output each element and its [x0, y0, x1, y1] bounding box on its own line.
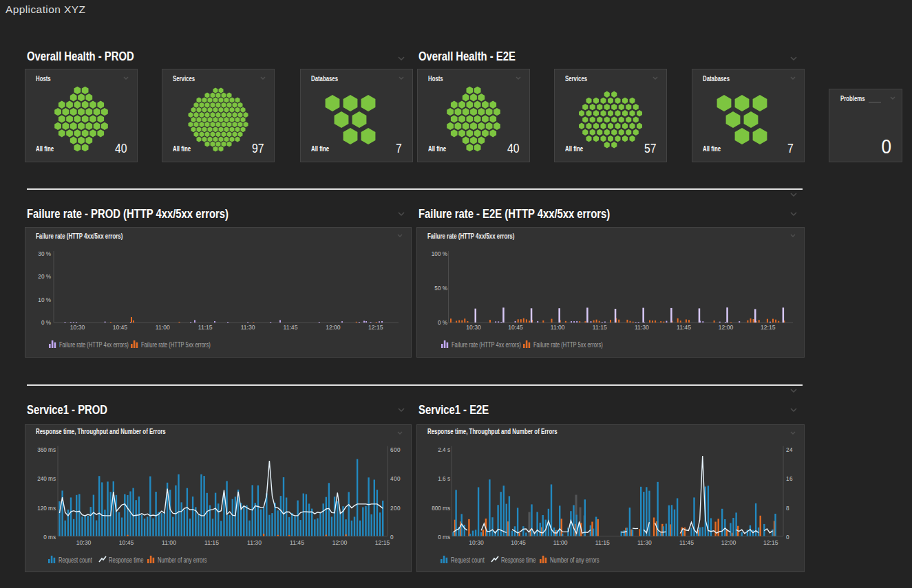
svg-text:11:15: 11:15 [198, 324, 213, 331]
svg-text:10:45: 10:45 [511, 539, 526, 546]
svg-text:0: 0 [786, 534, 789, 541]
svg-text:800 ms: 800 ms [432, 505, 450, 512]
svg-text:0 %: 0 % [41, 320, 51, 326]
svg-text:11:00: 11:00 [162, 539, 176, 546]
svg-text:11:00: 11:00 [551, 324, 565, 331]
svg-text:11:30: 11:30 [241, 324, 255, 331]
svg-text:12:15: 12:15 [763, 539, 778, 546]
svg-text:10:30: 10:30 [469, 539, 484, 546]
svg-text:11:00: 11:00 [156, 324, 170, 331]
svg-text:11:30: 11:30 [637, 539, 652, 546]
svg-text:2.4 s: 2.4 s [438, 447, 450, 453]
svg-text:600: 600 [390, 447, 401, 453]
svg-text:11:15: 11:15 [593, 324, 607, 331]
svg-text:11:45: 11:45 [679, 539, 694, 546]
svg-text:20 %: 20 % [38, 274, 51, 280]
svg-text:24: 24 [786, 447, 793, 453]
svg-text:8: 8 [786, 505, 789, 512]
svg-text:11:15: 11:15 [204, 539, 219, 546]
svg-text:400: 400 [390, 476, 401, 482]
svg-text:0: 0 [390, 534, 394, 541]
svg-text:360 ms: 360 ms [37, 447, 56, 453]
svg-text:11:30: 11:30 [247, 539, 262, 546]
svg-text:100 %: 100 % [432, 251, 447, 257]
svg-text:10:30: 10:30 [70, 324, 85, 331]
svg-text:240 ms: 240 ms [37, 476, 56, 482]
svg-text:12:00: 12:00 [326, 324, 341, 331]
svg-text:11:30: 11:30 [635, 324, 649, 331]
svg-text:11:15: 11:15 [595, 539, 610, 546]
svg-text:11:45: 11:45 [290, 539, 304, 546]
svg-text:11:45: 11:45 [284, 324, 298, 331]
svg-text:120 ms: 120 ms [37, 505, 56, 512]
svg-text:12:00: 12:00 [332, 539, 348, 546]
svg-text:30 %: 30 % [38, 251, 51, 257]
svg-text:12:15: 12:15 [375, 539, 390, 546]
svg-text:0 %: 0 % [438, 320, 447, 326]
svg-text:12:00: 12:00 [719, 324, 734, 331]
svg-text:10:30: 10:30 [466, 324, 481, 331]
svg-text:0 ms: 0 ms [43, 534, 56, 541]
svg-text:12:00: 12:00 [721, 539, 736, 546]
svg-text:1.6 s: 1.6 s [438, 476, 450, 482]
svg-text:10 %: 10 % [38, 297, 51, 303]
svg-text:12:15: 12:15 [761, 324, 776, 331]
svg-text:50 %: 50 % [434, 285, 447, 292]
svg-text:200: 200 [390, 505, 401, 512]
svg-text:11:45: 11:45 [677, 324, 691, 331]
svg-text:12:15: 12:15 [368, 324, 383, 331]
svg-text:16: 16 [786, 476, 793, 482]
svg-text:11:00: 11:00 [553, 539, 568, 546]
svg-text:10:45: 10:45 [508, 324, 523, 331]
svg-text:10:30: 10:30 [76, 539, 92, 546]
svg-text:0 ms: 0 ms [438, 534, 450, 541]
svg-text:10:45: 10:45 [119, 539, 134, 546]
svg-text:10:45: 10:45 [113, 324, 128, 331]
